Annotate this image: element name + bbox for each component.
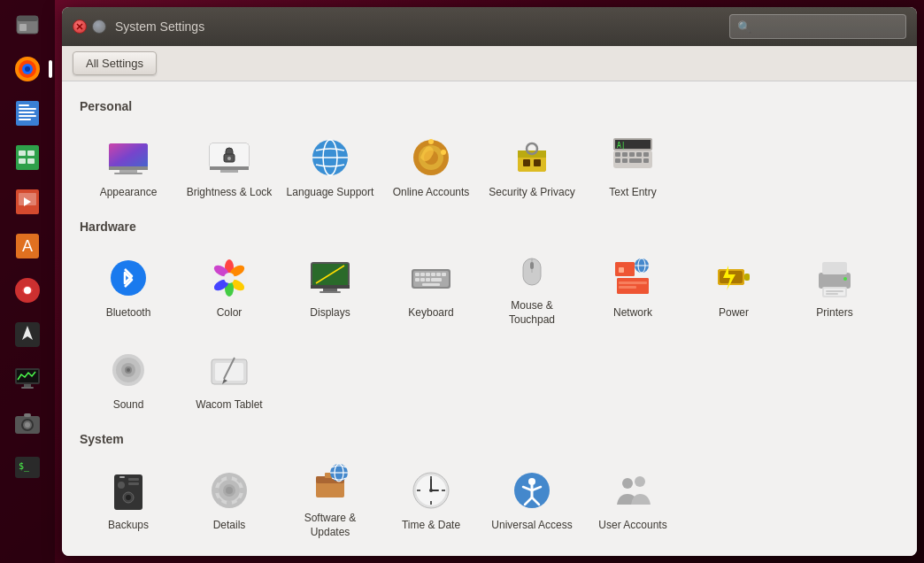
svg-point-78 [111,260,146,296]
svg-rect-104 [431,278,442,282]
time-date-item[interactable]: Time & Date [382,455,480,544]
svg-point-24 [24,287,31,294]
section-system-title: System [80,432,899,446]
svg-rect-28 [24,384,31,387]
universal-access-item[interactable]: Universal Access [483,455,581,544]
text-entry-label: Text Entry [609,186,656,200]
svg-rect-74 [643,158,649,163]
svg-point-173 [429,489,433,492]
taskbar-software[interactable]: A [6,225,49,267]
svg-rect-63 [534,159,541,166]
network-item[interactable]: Network [584,243,681,331]
search-input[interactable] [757,20,898,34]
svg-rect-11 [19,115,36,117]
svg-rect-151 [213,488,219,493]
taskbar-firefox[interactable] [6,48,49,90]
brightness-label: Brightness & Lock [187,186,273,200]
bluetooth-item[interactable]: Bluetooth [80,243,177,331]
personal-grid: Appearance [80,122,899,211]
svg-rect-70 [643,152,649,157]
taskbar-terminal[interactable]: $_ [6,446,49,489]
svg-rect-43 [114,173,142,174]
close-button[interactable] [73,19,87,34]
user-accounts-item[interactable]: User Accounts [584,455,681,544]
displays-icon [307,255,353,301]
appearance-label: Appearance [100,186,158,200]
mouse-label: Mouse & Touchpad [487,299,577,327]
text-entry-item[interactable]: A| Text Entry [584,122,681,211]
backups-icon [105,467,151,513]
security-privacy-item[interactable]: Security & Privacy [483,122,581,211]
taskbar-tools[interactable] [6,269,49,312]
system-settings-window: System Settings 🔍 All Settings Personal [62,7,917,556]
svg-rect-108 [530,262,534,269]
svg-rect-91 [320,291,341,293]
software-label: Software & Updates [285,512,375,539]
svg-rect-46 [210,166,249,170]
window-controls [73,19,106,34]
svg-rect-14 [19,150,26,156]
taskbar-camera[interactable] [6,402,49,444]
taskbar-writer[interactable] [6,92,49,135]
svg-point-86 [224,273,235,283]
svg-rect-96 [420,273,425,276]
svg-rect-9 [19,108,36,110]
online-accounts-item[interactable]: Online Accounts [382,122,480,211]
svg-rect-141 [128,478,139,481]
taskbar-inkscape[interactable] [6,313,49,356]
language-support-item[interactable]: Language Support [281,122,379,211]
svg-rect-8 [19,104,29,106]
search-box[interactable]: 🔍 [729,14,906,39]
software-icon [307,460,353,506]
svg-rect-73 [629,158,642,163]
software-updates-item[interactable]: Software & Updates [281,455,379,544]
taskbar: A [0,0,55,563]
details-item[interactable]: Details [181,455,278,544]
backups-item[interactable]: Backups [80,455,177,544]
svg-point-129 [843,277,847,281]
svg-rect-15 [27,150,35,156]
minimize-button[interactable] [92,19,106,34]
user-accounts-label: User Accounts [598,519,666,533]
sound-icon [105,347,151,393]
universal-icon [509,467,555,513]
taskbar-monitor[interactable] [6,358,49,400]
svg-rect-105 [422,283,440,286]
brightness-lock-item[interactable]: Brightness & Lock [181,122,278,211]
security-label: Security & Privacy [489,186,574,200]
svg-rect-97 [426,273,430,276]
appearance-item[interactable]: Appearance [80,122,177,211]
svg-rect-89 [311,285,350,289]
svg-rect-67 [622,152,628,157]
power-icon [711,255,757,301]
printers-label: Printers [816,306,852,320]
svg-rect-110 [615,262,635,276]
time-icon [408,467,454,513]
svg-rect-72 [622,158,628,163]
svg-rect-121 [744,274,750,281]
language-icon [307,135,353,181]
mouse-item[interactable]: Mouse & Touchpad [483,243,581,331]
displays-item[interactable]: Displays [281,243,379,331]
wacom-item[interactable]: Wacom Tablet [181,335,278,423]
language-label: Language Support [287,186,374,200]
svg-point-144 [126,495,131,500]
taskbar-impress[interactable] [6,181,49,223]
printers-item[interactable]: Printers [786,243,883,331]
svg-rect-145 [119,476,125,478]
svg-rect-113 [619,267,624,273]
toolbar: All Settings [62,46,917,81]
keyboard-item[interactable]: Keyboard [382,243,480,331]
svg-rect-142 [128,482,139,485]
color-item[interactable]: Color [181,243,278,331]
taskbar-window-btn[interactable] [6,4,49,46]
search-icon: 🔍 [737,20,751,34]
sound-label: Sound [113,398,144,413]
taskbar-calc[interactable] [6,136,49,179]
power-item[interactable]: Power [685,243,782,331]
color-label: Color [217,306,243,320]
svg-rect-115 [619,286,636,289]
all-settings-button[interactable]: All Settings [73,51,157,75]
sound-item[interactable]: Sound [80,335,177,423]
svg-point-33 [25,422,30,428]
